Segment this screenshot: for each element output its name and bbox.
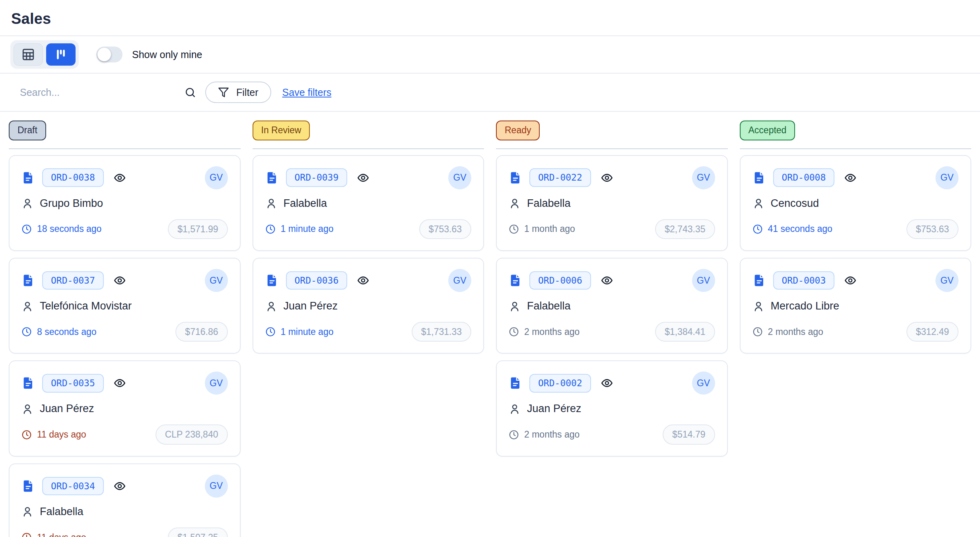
time-label: 1 minute ago <box>281 224 334 234</box>
card-time: 2 months ago <box>509 429 579 440</box>
column-status-badge: Accepted <box>740 121 795 140</box>
card-time: 18 seconds ago <box>21 224 101 234</box>
column-card-list: ORD-0022 GV Falabella <box>496 155 728 457</box>
eye-icon <box>113 171 126 184</box>
card-time: 1 minute ago <box>265 224 334 234</box>
filter-button[interactable]: Filter <box>205 82 271 103</box>
order-card[interactable]: ORD-0038 GV Grupo Bimbo <box>9 155 241 251</box>
eye-preview-button[interactable] <box>601 171 613 184</box>
eye-preview-button[interactable] <box>844 171 857 184</box>
clock-icon <box>752 327 763 337</box>
search-button[interactable] <box>184 86 196 99</box>
eye-icon <box>357 171 369 184</box>
order-card[interactable]: ORD-0022 GV Falabella <box>496 155 728 251</box>
column-header: In Review <box>253 121 484 140</box>
eye-preview-button[interactable] <box>601 274 613 287</box>
document-icon <box>265 171 279 185</box>
eye-icon <box>844 274 857 287</box>
order-id-pill[interactable]: ORD-0003 <box>773 271 835 290</box>
avatar: GV <box>935 269 959 292</box>
toolbar: Show only mine <box>0 36 980 73</box>
order-card[interactable]: ORD-0003 GV Mercado Libre <box>740 258 972 354</box>
order-id-pill[interactable]: ORD-0034 <box>42 477 104 495</box>
order-id-pill[interactable]: ORD-0035 <box>42 374 104 392</box>
document-icon <box>21 376 35 390</box>
eye-preview-button[interactable] <box>601 377 613 389</box>
avatar: GV <box>205 166 228 189</box>
table-icon <box>21 48 35 61</box>
order-id-pill[interactable]: ORD-0008 <box>773 168 835 187</box>
eye-preview-button[interactable] <box>113 377 126 389</box>
card-time: 1 month ago <box>509 224 575 234</box>
order-card[interactable]: ORD-0006 GV Falabella <box>496 258 728 354</box>
time-label: 2 months ago <box>524 429 579 440</box>
eye-preview-button[interactable] <box>357 274 369 287</box>
kanban-column: Draft ORD-0038 GV <box>9 121 241 537</box>
eye-icon <box>113 377 126 389</box>
eye-icon <box>113 274 126 287</box>
person-icon <box>752 300 764 312</box>
order-id-pill[interactable]: ORD-0039 <box>286 168 348 187</box>
avatar: GV <box>692 269 715 292</box>
view-mode-switcher <box>10 40 79 69</box>
document-icon <box>752 171 766 185</box>
eye-preview-button[interactable] <box>113 480 126 492</box>
order-card[interactable]: ORD-0008 GV Cencosud <box>740 155 972 251</box>
kanban-view-button[interactable] <box>46 43 76 66</box>
document-icon <box>21 171 35 185</box>
amount-pill: $2,743.35 <box>655 219 715 239</box>
time-label: 41 seconds ago <box>768 224 832 234</box>
order-id-pill[interactable]: ORD-0022 <box>529 168 591 187</box>
table-view-button[interactable] <box>14 43 43 66</box>
document-icon <box>752 274 766 287</box>
amount-pill: $753.63 <box>906 219 959 239</box>
search-icon <box>184 86 196 99</box>
order-id-pill[interactable]: ORD-0002 <box>529 374 591 392</box>
order-id-pill[interactable]: ORD-0036 <box>286 271 348 290</box>
order-id-pill[interactable]: ORD-0038 <box>42 168 104 187</box>
search-input[interactable] <box>10 84 184 101</box>
avatar: GV <box>935 166 959 189</box>
customer-name: Juan Pérez <box>40 403 94 415</box>
eye-preview-button[interactable] <box>844 274 857 287</box>
show-only-mine-label: Show only mine <box>132 49 202 60</box>
amount-pill: $514.79 <box>663 424 715 444</box>
save-filters-link[interactable]: Save filters <box>282 87 332 98</box>
column-card-list: ORD-0008 GV Cencosud <box>740 155 972 354</box>
eye-preview-button[interactable] <box>113 171 126 184</box>
order-card[interactable]: ORD-0036 GV Juan Pérez <box>253 258 484 354</box>
time-label: 1 month ago <box>524 224 575 234</box>
kanban-column: Ready ORD-0022 GV <box>496 121 728 463</box>
clock-icon <box>752 224 763 234</box>
eye-preview-button[interactable] <box>357 171 369 184</box>
kanban-board: Draft ORD-0038 GV <box>0 112 980 537</box>
clock-icon <box>265 224 276 234</box>
column-header: Accepted <box>740 121 972 140</box>
order-card[interactable]: ORD-0002 GV Juan Pérez <box>496 360 728 456</box>
show-only-mine-toggle[interactable] <box>96 47 122 62</box>
time-label: 11 days ago <box>37 532 86 537</box>
order-card[interactable]: ORD-0035 GV Juan Pérez <box>9 360 241 456</box>
customer-name: Juan Pérez <box>527 403 581 415</box>
eye-preview-button[interactable] <box>113 274 126 287</box>
customer-name: Grupo Bimbo <box>40 197 103 210</box>
order-card[interactable]: ORD-0039 GV Falabella <box>253 155 484 251</box>
card-time: 2 months ago <box>509 327 579 337</box>
column-header: Ready <box>496 121 728 140</box>
order-id-pill[interactable]: ORD-0037 <box>42 271 104 290</box>
column-divider <box>740 148 972 149</box>
order-card[interactable]: ORD-0037 GV Telefónica Movistar <box>9 258 241 354</box>
order-id-pill[interactable]: ORD-0006 <box>529 271 591 290</box>
clock-icon <box>509 327 519 337</box>
document-icon <box>21 274 35 287</box>
card-time: 1 minute ago <box>265 327 334 337</box>
customer-name: Juan Pérez <box>284 300 338 312</box>
customer-name: Falabella <box>284 197 327 210</box>
order-card[interactable]: ORD-0034 GV Falabella <box>9 463 241 537</box>
person-icon <box>21 300 33 312</box>
column-status-badge: Draft <box>9 121 46 140</box>
eye-icon <box>601 377 613 389</box>
clock-icon <box>21 327 32 337</box>
amount-pill: $1,507.25 <box>168 527 228 537</box>
funnel-icon <box>218 87 229 98</box>
